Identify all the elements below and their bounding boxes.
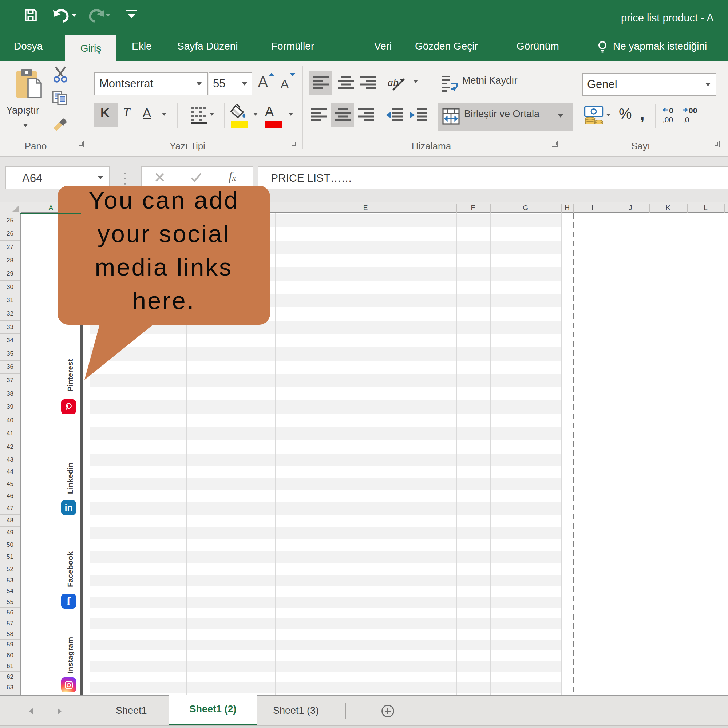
svg-text:00: 00 xyxy=(689,106,697,115)
svg-text:0: 0 xyxy=(669,106,673,115)
svg-text:,0: ,0 xyxy=(683,115,690,124)
svg-text:,00: ,00 xyxy=(662,115,673,124)
